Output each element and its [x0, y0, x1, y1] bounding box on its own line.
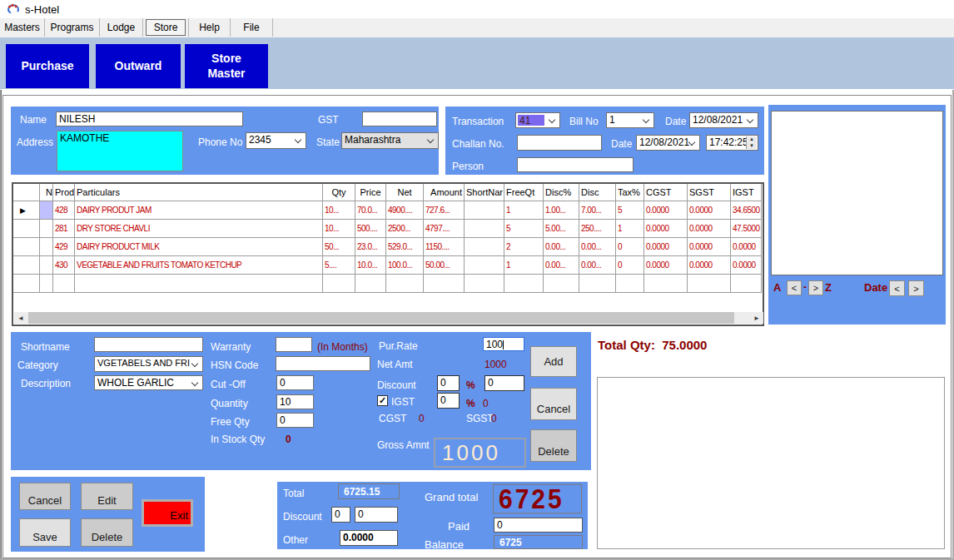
quantity-input[interactable]: 10: [276, 394, 314, 409]
cancel-item-button[interactable]: Cancel: [530, 388, 577, 420]
grid-col-header[interactable]: ShortNar: [466, 187, 503, 197]
discount-total-input1[interactable]: 0: [331, 507, 350, 523]
spinner-up-down-icon[interactable]: ▲▼: [746, 136, 757, 149]
billno-combo[interactable]: 1: [606, 112, 654, 128]
shortname-input[interactable]: [94, 337, 203, 352]
name-input[interactable]: NILESH: [56, 112, 243, 126]
grid-cell: 1: [506, 206, 510, 215]
grid-col-header[interactable]: Disc%: [545, 187, 571, 197]
sgst-value: 0: [491, 413, 497, 424]
grid-cell: 70.0...: [357, 206, 377, 215]
grid-col-header[interactable]: CGST: [646, 187, 672, 197]
gross-label: Gross Amnt: [377, 439, 430, 451]
discount-amt-input[interactable]: 0: [484, 375, 524, 391]
purchase-button[interactable]: Purchase: [6, 44, 89, 88]
grid-cell: 10...: [325, 206, 339, 215]
balance-label: Balance: [425, 538, 464, 551]
menu-item-help[interactable]: Help: [189, 18, 231, 37]
save-button[interactable]: Save: [19, 518, 71, 547]
menu-item-store[interactable]: Store: [143, 18, 189, 37]
date-combo[interactable]: 12/08/2021: [689, 112, 758, 128]
state-combo[interactable]: Maharashtra: [341, 132, 439, 149]
transaction-combo[interactable]: 41: [515, 112, 560, 128]
discount-pct-input[interactable]: 0: [437, 375, 460, 391]
grid-col-header[interactable]: Qty: [331, 187, 345, 197]
date2-combo[interactable]: 12/08/2021: [636, 135, 700, 151]
grid-row[interactable]: 430VEGETABLE AND FRUITS TOMATO KETCHUP5.…: [13, 256, 763, 275]
grid-cell: 0: [618, 260, 622, 270]
menu-item-masters[interactable]: Masters: [0, 18, 45, 37]
grid-col-header[interactable]: Price: [360, 187, 380, 197]
outward-button[interactable]: Outward: [96, 44, 181, 88]
address-label: Address: [17, 136, 53, 148]
gst-input[interactable]: [362, 112, 437, 126]
grid-cell: 0: [618, 242, 622, 251]
grid-col-header[interactable]: Disc: [581, 187, 599, 197]
alpha-prev-button[interactable]: <: [787, 280, 802, 295]
date-label: Date: [665, 116, 686, 127]
grid-cell: 100.0...: [388, 260, 412, 270]
grid-col-header[interactable]: Amount: [430, 187, 462, 197]
paid-label: Paid: [448, 520, 470, 533]
items-grid[interactable]: NProdParticularsQtyPriceNetAmountShortNa…: [12, 182, 764, 326]
delete-button[interactable]: Delete: [81, 518, 133, 547]
scrollbar-thumb[interactable]: [28, 312, 734, 324]
category-combo[interactable]: VGETABELS AND FRI: [94, 356, 203, 372]
menu-item-programs[interactable]: Programs: [45, 18, 100, 37]
grid-horizontal-scrollbar[interactable]: ◄ ►: [14, 312, 763, 324]
side-listbox[interactable]: [771, 111, 943, 275]
alpha-next-button[interactable]: >: [808, 280, 823, 295]
cutoff-label: Cut -Off: [211, 379, 246, 390]
freeqty-input[interactable]: 0: [276, 413, 314, 428]
address-input[interactable]: KAMOTHE: [57, 131, 183, 171]
grid-col-header[interactable]: FreeQt: [506, 187, 534, 197]
date-prev-button[interactable]: <: [889, 280, 905, 296]
other-input[interactable]: 0.0000: [340, 530, 398, 546]
discount-total-input2[interactable]: 0: [355, 507, 398, 523]
delete-item-button[interactable]: Delete: [530, 429, 577, 462]
cancel-button[interactable]: Cancel: [19, 483, 71, 510]
date2-label: Date: [611, 138, 632, 150]
igst-pct-input[interactable]: 0: [437, 393, 460, 409]
challan-input[interactable]: [517, 135, 602, 151]
purrate-input[interactable]: 100: [483, 337, 524, 351]
grid-cell: 10...: [325, 224, 339, 233]
phone-combo[interactable]: 2345: [246, 132, 306, 149]
person-input[interactable]: [517, 157, 634, 172]
exit-button[interactable]: Exit: [142, 499, 193, 527]
grid-row[interactable]: 281DRY STORE CHAVLI10...500....2500...47…: [13, 220, 763, 238]
menu-item-file[interactable]: File: [231, 18, 273, 37]
window-frame-left: [0, 90, 2, 560]
scroll-right-icon[interactable]: ►: [750, 312, 763, 324]
store-master-button[interactable]: Store Master: [185, 44, 268, 88]
grid-cell: 34.6500: [733, 206, 760, 215]
edit-button[interactable]: Edit: [81, 483, 133, 510]
grid-cell: 5: [506, 224, 510, 233]
grid-col-header[interactable]: Particulars: [77, 187, 120, 197]
description-combo[interactable]: WHOLE GARLIC: [94, 375, 203, 390]
grid-col-header[interactable]: SGST: [689, 187, 714, 197]
grid-col-header[interactable]: Tax%: [618, 187, 640, 197]
grid-row[interactable]: [13, 275, 763, 293]
add-button[interactable]: Add: [530, 346, 577, 377]
paid-input[interactable]: 0: [494, 518, 583, 533]
date-next-button[interactable]: >: [908, 280, 924, 296]
quantity-label: Quantity: [211, 398, 248, 409]
cgst-value: 0: [419, 413, 425, 424]
grid-col-header[interactable]: N: [46, 187, 52, 197]
time-spinner[interactable]: 17:42:25 ▲▼: [706, 135, 758, 151]
grid-cell: 50...: [325, 242, 339, 251]
hsn-input[interactable]: [276, 356, 370, 371]
cutoff-input[interactable]: 0: [276, 375, 314, 390]
menu-item-lodge[interactable]: Lodge: [100, 18, 143, 37]
grid-row[interactable]: 429DAIRY PRODUCT MILK50...23.0...529.0..…: [13, 238, 763, 256]
purrate-label: Pur.Rate: [379, 340, 418, 352]
warranty-input[interactable]: [276, 337, 312, 352]
grid-cell: 0.0000: [689, 224, 713, 233]
scroll-left-icon[interactable]: ◄: [14, 312, 27, 324]
igst-checkbox[interactable]: ✓: [377, 395, 388, 406]
grid-row[interactable]: ▶428DAIRY PRODUT JAM10...70.0...4900....…: [13, 201, 763, 220]
grid-col-header[interactable]: IGST: [733, 187, 754, 197]
grid-col-header[interactable]: Net: [397, 187, 411, 197]
grid-col-header[interactable]: Prod: [55, 187, 74, 197]
